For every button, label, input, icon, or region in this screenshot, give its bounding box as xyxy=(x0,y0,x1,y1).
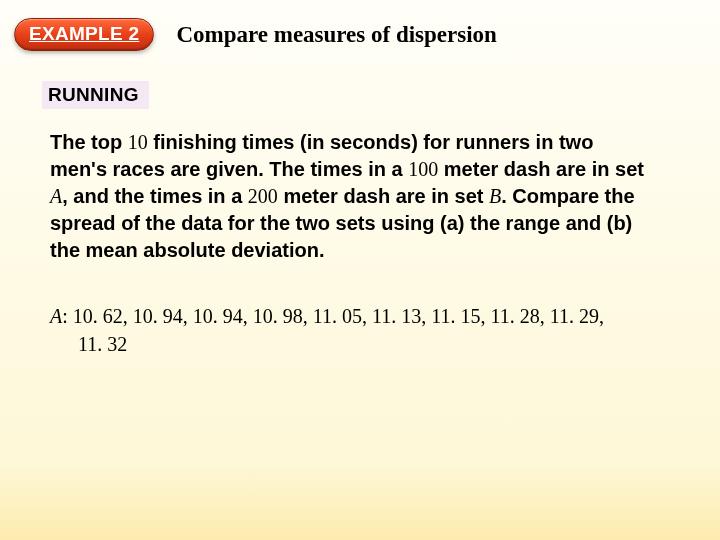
text-frag: The top xyxy=(50,131,128,153)
dataset-values-1: : 10. 62, 10. 94, 10. 94, 10. 98, 11. 05… xyxy=(62,305,604,327)
set-b-ref: B xyxy=(489,185,501,207)
example-badge: EXAMPLE 2 xyxy=(14,18,154,51)
text-frag: , and the times in a xyxy=(62,185,248,207)
text-frag: meter dash are in set xyxy=(278,185,489,207)
number-100: 100 xyxy=(408,158,438,180)
number-10: 10 xyxy=(128,131,148,153)
dataset-label: A xyxy=(50,305,62,327)
number-200: 200 xyxy=(248,185,278,207)
example-badge-text: EXAMPLE 2 xyxy=(29,23,139,44)
text-frag: meter dash are in set xyxy=(438,158,644,180)
header-row: EXAMPLE 2 Compare measures of dispersion xyxy=(0,0,720,51)
dataset-a: A: 10. 62, 10. 94, 10. 94, 10. 98, 11. 0… xyxy=(50,302,670,358)
dataset-values-2: 11. 32 xyxy=(50,330,670,358)
page-title: Compare measures of dispersion xyxy=(176,22,497,48)
problem-text: The top 10 finishing times (in seconds) … xyxy=(50,129,650,264)
set-a-ref: A xyxy=(50,185,62,207)
subheading: RUNNING xyxy=(42,81,149,109)
